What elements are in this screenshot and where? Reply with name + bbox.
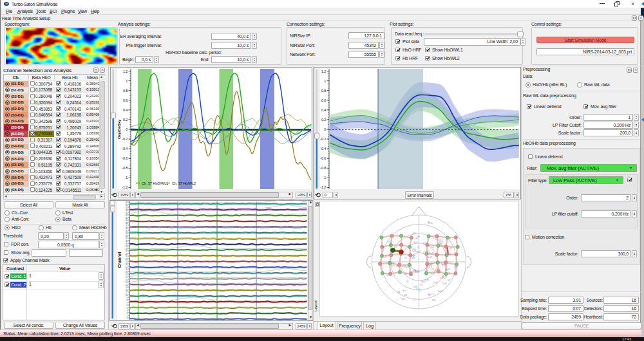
svg-text:D15: D15 [435,269,439,272]
svg-text:Src3: Src3 [413,241,417,244]
svg-text:D7: D7 [404,257,407,259]
svg-text:S10: S10 [423,243,427,245]
svg-text:S2: S2 [406,281,409,283]
svg-text:Src11: Src11 [446,237,451,240]
svg-text:D8: D8 [448,272,450,275]
svg-text:Det12: Det12 [413,271,419,273]
svg-text:Det11: Det11 [447,253,452,255]
svg-text:Det1: Det1 [425,279,430,281]
svg-text:Src2: Src2 [401,298,405,300]
svg-text:Det10: Det10 [423,252,428,255]
svg-text:S12: S12 [439,243,442,246]
svg-text:D16: D16 [396,265,400,268]
svg-text:Det1: Det1 [413,286,418,288]
svg-text:Src4: Src4 [409,271,413,273]
svg-text:D14: D14 [446,268,450,271]
svg-text:Src9: Src9 [402,290,406,292]
svg-text:Det13: Det13 [415,250,421,253]
svg-text:D9: D9 [428,293,430,296]
svg-text:D6: D6 [417,246,420,249]
svg-text:Det2: Det2 [442,282,447,285]
svg-text:S3: S3 [404,273,407,275]
svg-text:Src12: Src12 [389,262,394,264]
svg-text:S2: S2 [450,247,452,250]
svg-text:D12: D12 [388,241,392,243]
svg-text:S5: S5 [448,279,450,282]
svg-text:Src15: Src15 [427,256,432,259]
svg-text:Det4: Det4 [386,274,390,277]
svg-text:S3: S3 [417,235,420,238]
svg-text:S16: S16 [412,257,415,259]
svg-text:Src2: Src2 [382,256,386,259]
svg-text:D11: D11 [432,299,436,302]
svg-text:D7: D7 [431,293,434,296]
svg-text:Src15: Src15 [430,272,435,275]
svg-text:S15: S15 [412,250,416,252]
svg-text:D12: D12 [454,266,458,268]
svg-text:D5: D5 [404,294,407,297]
svg-text:Det12: Det12 [440,277,446,279]
svg-text:Src6: Src6 [391,264,395,267]
svg-text:Det6: Det6 [433,281,438,284]
svg-text:S9: S9 [381,246,384,248]
svg-text:Det6: Det6 [438,290,442,293]
svg-text:D13: D13 [424,270,428,272]
svg-text:S4: S4 [429,263,431,266]
svg-text:D1: D1 [431,246,434,248]
svg-text:D8: D8 [410,274,413,277]
svg-text:S10: S10 [413,232,417,235]
svg-text:S3: S3 [394,246,397,248]
svg-text:Src16: Src16 [429,252,434,255]
svg-text:S16: S16 [442,264,446,267]
svg-text:Layout: Layout [314,300,317,311]
svg-text:D2: D2 [419,290,421,292]
svg-text:Det6: Det6 [405,266,410,268]
svg-text:D7: D7 [413,299,415,301]
svg-text:D8: D8 [420,284,422,286]
svg-text:S4: S4 [397,291,400,293]
svg-text:S4: S4 [428,221,430,224]
svg-text:D7: D7 [431,268,434,271]
